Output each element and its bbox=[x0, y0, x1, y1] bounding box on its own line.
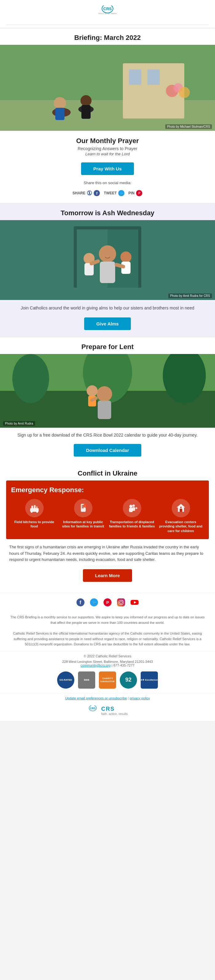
ash-wednesday-body: Join Catholics around the world in givin… bbox=[0, 300, 215, 316]
svg-rect-16 bbox=[81, 105, 91, 119]
facebook-icon: ① bbox=[87, 189, 92, 197]
org-description: Catholic Relief Services is the official… bbox=[9, 631, 206, 647]
svg-rect-60 bbox=[132, 507, 135, 511]
footer-copyright: © 2022 Catholic Relief Services bbox=[0, 651, 215, 660]
footer-tagline: faith. action. results. bbox=[101, 712, 129, 716]
footer-logo: CRS CRS faith. action. results. bbox=[0, 702, 215, 721]
information-icon: ! bbox=[74, 499, 92, 517]
lent-title: Prepare for Lent bbox=[0, 337, 215, 354]
share-facebook[interactable]: SHARE ① f bbox=[72, 189, 100, 197]
badge-bbb-label: BBB bbox=[84, 679, 89, 682]
svg-rect-48 bbox=[36, 506, 37, 509]
footer-pinterest-icon[interactable]: P bbox=[103, 598, 112, 609]
lent-photo-credit: Photo by Amit Rudra bbox=[3, 421, 35, 426]
badge-92-label: 92 bbox=[125, 677, 131, 683]
svg-rect-41 bbox=[98, 401, 111, 419]
prayer-italic: Learn to wait for the Lord bbox=[12, 152, 203, 156]
svg-rect-6 bbox=[129, 69, 141, 85]
lent-body: Sign up for a free download of the CRS R… bbox=[0, 428, 215, 443]
svg-text:P: P bbox=[138, 192, 140, 195]
unsubscribe-link[interactable]: Update email preferences or unsubscribe bbox=[65, 696, 127, 700]
emergency-box: Emergency Response: Field bbox=[6, 480, 209, 539]
svg-text:🐦: 🐦 bbox=[120, 191, 124, 196]
svg-rect-7 bbox=[147, 69, 160, 85]
footer-email[interactable]: community@crs.org bbox=[80, 663, 111, 667]
svg-point-27 bbox=[99, 245, 116, 262]
emergency-icons-row: Field kitchens to provide food ! bbox=[11, 499, 204, 533]
footer-address: 228 West Lexington Street, Baltimore, Ma… bbox=[0, 660, 215, 667]
badge-gs-label: GS-RATED bbox=[59, 679, 72, 682]
svg-rect-46 bbox=[31, 506, 33, 509]
emergency-item-1: Field kitchens to provide food bbox=[11, 499, 57, 533]
footer-instagram-icon[interactable] bbox=[117, 598, 125, 609]
briefing-description: The CRS Briefing is a monthly service to… bbox=[9, 615, 206, 625]
field-kitchen-icon bbox=[25, 499, 44, 517]
svg-text:!: ! bbox=[84, 505, 85, 508]
footer-social-row: f 🐦 P bbox=[0, 593, 215, 612]
emergency-title: Emergency Response: bbox=[11, 486, 204, 494]
svg-text:f: f bbox=[80, 600, 81, 605]
badge-92: 92 bbox=[120, 671, 137, 689]
footer-crs-name: CRS bbox=[101, 706, 129, 712]
transportation-icon bbox=[123, 499, 141, 517]
social-share-row: SHARE ① f TWEET 🐦 PIN P bbox=[12, 189, 203, 197]
certification-badges: GS-RATED BBB CHARITY NAVIGATOR 92 8★ Exc… bbox=[0, 667, 215, 693]
pray-button[interactable]: Pray With Us bbox=[81, 162, 134, 175]
emergency-label-2: Information at key public sites for fami… bbox=[60, 520, 106, 529]
footer-twitter-icon[interactable]: 🐦 bbox=[90, 598, 98, 609]
emergency-label-3: Transportation of displaced families to … bbox=[109, 520, 155, 529]
emergency-label-1: Field kitchens to provide food bbox=[11, 520, 57, 529]
svg-text:f: f bbox=[96, 191, 98, 196]
footer-facebook-icon[interactable]: f bbox=[76, 598, 85, 609]
emergency-item-3: Transportation of displaced families to … bbox=[109, 499, 155, 533]
svg-point-12 bbox=[54, 97, 66, 109]
share-pinterest[interactable]: PIN P bbox=[128, 190, 143, 196]
share-label: Share this on social media: bbox=[12, 181, 203, 185]
share-twitter[interactable]: TWEET 🐦 bbox=[104, 190, 125, 196]
learn-more-button[interactable]: Learn More bbox=[83, 569, 132, 582]
emergency-item-4: Evacuation centers providing shelter, fo… bbox=[158, 499, 204, 533]
svg-point-10 bbox=[179, 87, 190, 98]
give-alms-button[interactable]: Give Alms bbox=[84, 317, 131, 330]
svg-point-50 bbox=[36, 511, 38, 513]
prayer-subtitle: Recognizing Answers to Prayer bbox=[12, 146, 203, 151]
svg-text:P: P bbox=[106, 600, 109, 605]
lent-section: Prepare for Lent Photo by Amit Rudra bbox=[0, 337, 215, 464]
ash-wednesday-title: Tomorrow is Ash Wednesday bbox=[0, 203, 215, 220]
svg-rect-47 bbox=[34, 505, 36, 509]
share-label-text: SHARE bbox=[72, 191, 85, 195]
address-text: 228 West Lexington Street, Baltimore, Ma… bbox=[62, 660, 153, 663]
footer-crs-logo-icon: CRS bbox=[87, 706, 99, 716]
svg-text:CRS: CRS bbox=[90, 707, 96, 710]
svg-rect-62 bbox=[180, 509, 182, 512]
ukraine-body: The first signs of a humanitarian crisis… bbox=[0, 539, 215, 568]
svg-text:CATHOLIC RELIEF SERVICES: CATHOLIC RELIEF SERVICES bbox=[98, 13, 117, 14]
pin-label-text: PIN bbox=[128, 191, 135, 195]
svg-text:🐦: 🐦 bbox=[92, 600, 97, 605]
evacuation-icon bbox=[172, 499, 190, 517]
svg-rect-28 bbox=[100, 262, 115, 283]
privacy-link[interactable]: privacy policy bbox=[130, 696, 150, 700]
svg-point-42 bbox=[87, 385, 98, 396]
emergency-item-2: ! Information at key public sites for fa… bbox=[60, 499, 106, 533]
svg-point-31 bbox=[120, 251, 131, 262]
svg-text:CRS: CRS bbox=[103, 6, 112, 11]
svg-rect-69 bbox=[117, 598, 125, 606]
svg-point-72 bbox=[122, 601, 123, 601]
svg-point-57 bbox=[129, 505, 132, 508]
tweet-label-text: TWEET bbox=[104, 191, 117, 195]
crs-logo: CRS CATHOLIC RELIEF SERVICES bbox=[6, 6, 209, 22]
footer-phone: 877-435-7277 bbox=[113, 663, 135, 667]
footer-youtube-icon[interactable] bbox=[130, 598, 139, 609]
badge-excellence-label: 8★ Excellence bbox=[141, 679, 158, 682]
briefing-title: Briefing: March 2022 bbox=[0, 28, 215, 45]
ukraine-section: Conflict in Ukraine Emergency Response: bbox=[0, 464, 215, 593]
download-calendar-button[interactable]: Download Calendar bbox=[74, 444, 141, 457]
final-footer: Update email preferences or unsubscribe … bbox=[0, 693, 215, 702]
svg-point-15 bbox=[80, 95, 92, 106]
footer-crs-text: CRS faith. action. results. bbox=[101, 706, 129, 716]
svg-point-49 bbox=[31, 511, 33, 513]
badge-gs-rated: GS-RATED bbox=[57, 671, 74, 689]
svg-point-40 bbox=[97, 386, 112, 402]
footer-briefing-text: The CRS Briefing is a monthly service to… bbox=[0, 612, 215, 651]
